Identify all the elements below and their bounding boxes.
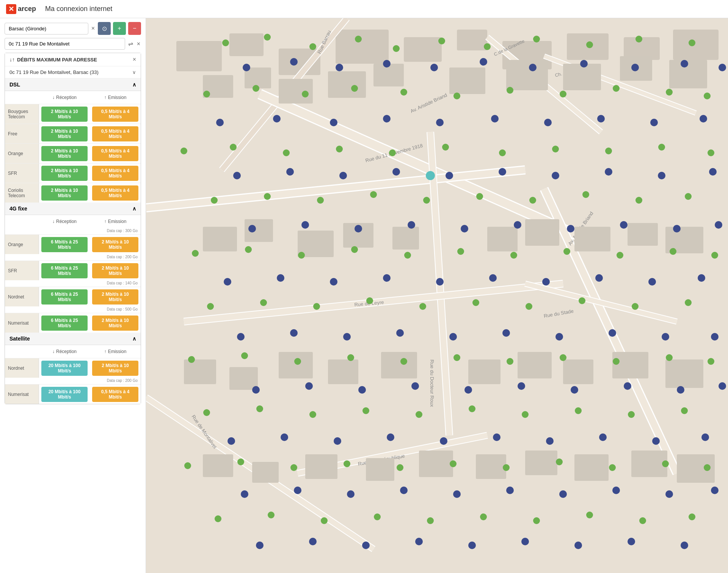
svg-point-249: [662, 333, 669, 341]
svg-point-114: [605, 148, 612, 154]
debits-panel: ↓↑ DÉBITS MAXIMUM PAR ADRESSE × 0c 71 19…: [5, 53, 141, 404]
main-layout: × ⊙ + − ⇌ × ↓↑ DÉBITS MAXIMUM PAR ADRESS…: [0, 18, 728, 573]
4g-row-2: Data cap : 140 Go Nordnet 6 Mbit/s à 25 …: [5, 280, 141, 306]
gps-button[interactable]: ⊙: [98, 22, 111, 35]
svg-point-179: [704, 464, 711, 471]
svg-point-105: [704, 93, 711, 99]
svg-point-210: [700, 115, 707, 122]
address-swap-button[interactable]: ⇌: [127, 39, 134, 48]
svg-point-279: [665, 490, 673, 498]
svg-rect-73: [665, 359, 703, 388]
svg-point-189: [689, 513, 695, 520]
svg-point-203: [330, 119, 337, 126]
svg-point-162: [362, 407, 369, 414]
emission-icon: ↑: [104, 95, 107, 100]
svg-point-112: [499, 149, 506, 156]
svg-rect-6: [457, 30, 487, 50]
svg-rect-77: [366, 458, 394, 481]
svg-point-121: [423, 197, 430, 204]
svg-point-171: [290, 464, 297, 471]
4g-table-header: ↓ Réception ↑ Emission: [5, 215, 141, 228]
svg-point-152: [400, 358, 407, 365]
svg-point-231: [224, 278, 231, 286]
emission-cell: 0,5 Mbit/s à 4 Mbit/s: [90, 184, 141, 202]
svg-point-98: [351, 85, 358, 92]
svg-rect-5: [404, 37, 442, 62]
4g-data-row: Orange 6 Mbit/s à 25 Mbit/s 2 Mbit/s à 1…: [5, 234, 141, 254]
svg-point-195: [480, 58, 487, 66]
satellite-row-1: Data cap : 200 Go Numerisat 20 Mbit/s à …: [5, 378, 141, 404]
map[interactable]: Rue Barrau Rue du 11 Novembre 1918 Av. A…: [146, 18, 728, 573]
svg-rect-67: [328, 359, 358, 384]
svg-point-191: [290, 58, 298, 66]
4g-row-1: Data cap : 200 Go SFR 6 Mbit/s à 25 Mbit…: [5, 254, 141, 280]
4g-fixe-header[interactable]: 4G fixe ∧: [5, 203, 141, 215]
svg-rect-50: [506, 60, 548, 90]
svg-rect-75: [252, 462, 279, 483]
panel-close-button[interactable]: ×: [133, 56, 136, 63]
dsl-table-header: ↓ Réception ↑ Emission: [5, 91, 141, 104]
svg-point-102: [560, 91, 566, 97]
dsl-chevron: ∧: [132, 82, 136, 88]
svg-point-110: [389, 149, 396, 156]
logo: ✕ arcep: [6, 4, 36, 14]
svg-point-87: [355, 36, 362, 42]
address-input[interactable]: [5, 38, 125, 50]
emission-cell: 2 Mbit/s à 10 Mbit/s: [90, 359, 141, 377]
svg-point-119: [317, 197, 324, 204]
svg-point-220: [709, 168, 717, 176]
dsl-header[interactable]: DSL ∧: [5, 78, 141, 91]
svg-point-196: [529, 64, 537, 71]
satellite-header[interactable]: Satellite ∧: [5, 333, 141, 345]
emission-cell: 2 Mbit/s à 10 Mbit/s: [90, 288, 141, 306]
svg-rect-78: [419, 451, 453, 477]
datacap-row: Data cap : 140 Go: [5, 280, 141, 287]
svg-point-107: [230, 144, 237, 151]
svg-point-197: [580, 60, 588, 68]
satellite-table-header: ↓ Réception ↑ Emission: [5, 345, 141, 358]
svg-point-286: [521, 538, 529, 545]
search-input[interactable]: [5, 23, 88, 35]
emission-badge: 0,5 Mbit/s à 4 Mbit/s: [92, 166, 138, 181]
svg-rect-59: [487, 227, 518, 251]
svg-rect-79: [476, 454, 506, 479]
svg-point-168: [681, 407, 688, 414]
svg-point-278: [612, 487, 620, 494]
svg-point-173: [397, 464, 403, 471]
reception-badge: 6 Mbit/s à 25 Mbit/s: [41, 237, 88, 252]
svg-point-123: [529, 197, 536, 204]
svg-point-183: [374, 513, 381, 520]
svg-point-159: [203, 409, 210, 416]
svg-point-248: [609, 329, 616, 337]
svg-point-288: [628, 538, 635, 545]
address-selector[interactable]: 0c 71 19 Rue De Montalivet, Barsac (33) …: [5, 66, 141, 78]
svg-point-181: [268, 512, 275, 518]
dsl-row-2: Orange 2 Mbit/s à 10 Mbit/s 0,5 Mbit/s à…: [5, 143, 141, 163]
zoom-in-button[interactable]: +: [113, 22, 126, 35]
emission-cell: 0,5 Mbit/s à 4 Mbit/s: [90, 125, 141, 143]
svg-rect-69: [468, 359, 500, 384]
svg-point-187: [586, 512, 593, 518]
zoom-out-button[interactable]: −: [128, 22, 141, 35]
svg-point-101: [507, 87, 513, 94]
svg-rect-2: [229, 33, 264, 56]
chevron-down-icon: ∨: [132, 69, 136, 75]
address-clear-button[interactable]: ×: [136, 40, 141, 48]
svg-point-99: [400, 89, 407, 96]
panel-title-icon: ↓↑: [9, 57, 15, 63]
svg-point-103: [613, 85, 620, 92]
svg-point-238: [595, 274, 603, 282]
svg-point-172: [344, 460, 350, 467]
svg-point-241: [237, 333, 245, 341]
svg-point-147: [685, 299, 692, 306]
svg-point-158: [708, 358, 714, 365]
svg-point-271: [241, 490, 248, 498]
search-clear-button[interactable]: ×: [91, 24, 96, 33]
svg-point-93: [635, 36, 642, 42]
svg-point-262: [281, 433, 288, 441]
svg-point-164: [469, 405, 475, 412]
emission-icon: ↑: [104, 219, 107, 224]
svg-point-227: [567, 225, 574, 232]
svg-point-290: [426, 171, 435, 180]
reception-col-header: ↓ Réception: [39, 347, 90, 356]
